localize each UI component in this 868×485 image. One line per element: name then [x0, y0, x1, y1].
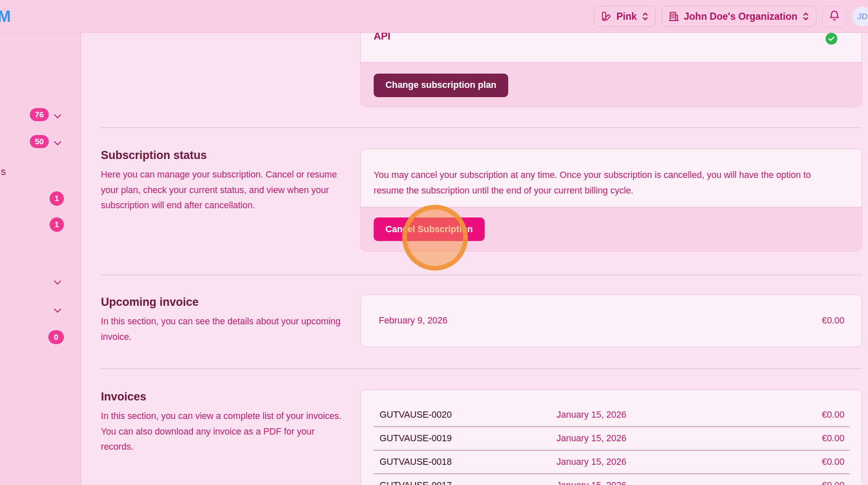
invoice-id: GUTVAUSE-0020 — [380, 410, 557, 420]
organization-selector-button[interactable]: John Doe's Organization — [662, 6, 816, 27]
invoice-id: GUTVAUSE-0019 — [380, 433, 557, 444]
theme-selector-button[interactable]: Pink — [594, 6, 656, 27]
organization-selector-label: John Doe's Organization — [684, 11, 797, 22]
invoice-row[interactable]: GUTVAUSE-0020 January 15, 2026 €0.00 — [374, 403, 850, 427]
chevron-down-icon[interactable] — [54, 139, 61, 145]
billing-settings-page: M Pink — [0, 0, 868, 485]
check-circle-icon — [826, 33, 837, 45]
plan-feature-row: API — [361, 33, 862, 62]
change-subscription-plan-button[interactable]: Change subscription plan — [374, 74, 508, 97]
user-avatar[interactable]: JD — [852, 7, 868, 27]
section-divider — [101, 127, 862, 128]
building-icon — [668, 11, 679, 22]
sidebar-nav: 76 50 s 1 1 0 — [0, 33, 81, 485]
invoice-date: January 15, 2026 — [557, 433, 822, 444]
chevron-up-down-icon — [641, 12, 649, 21]
app-logo: M — [0, 8, 11, 26]
sidebar-count-badge: 1 — [50, 191, 64, 206]
invoice-id: GUTVAUSE-0017 — [380, 480, 557, 485]
invoice-amount: €0.00 — [822, 457, 844, 467]
invoice-row[interactable]: GUTVAUSE-0017 January 15, 2026 €0.00 — [374, 474, 850, 485]
main-content: API Change subscription plan Subscriptio… — [81, 33, 868, 485]
avatar-initials: JD — [857, 12, 868, 21]
section-title: Subscription status — [101, 149, 344, 162]
sidebar-count-badge: 76 — [30, 108, 49, 121]
invoice-row[interactable]: GUTVAUSE-0018 January 15, 2026 €0.00 — [374, 451, 850, 474]
upcoming-invoice-section: Upcoming invoice In this section, you ca… — [101, 296, 344, 345]
upcoming-invoice-amount: €0.00 — [822, 315, 844, 326]
invoices-card: GUTVAUSE-0020 January 15, 2026 €0.00 GUT… — [360, 390, 862, 485]
section-description: In this section, you can see the details… — [101, 314, 344, 345]
section-description: In this section, you can view a complete… — [101, 408, 344, 455]
chevron-down-icon[interactable] — [54, 306, 61, 313]
swatch-icon — [601, 11, 612, 22]
theme-selector-label: Pink — [616, 11, 637, 22]
chevron-down-icon[interactable] — [54, 278, 61, 284]
feature-label: API — [374, 33, 390, 42]
invoice-amount: €0.00 — [822, 480, 844, 485]
invoice-list: GUTVAUSE-0020 January 15, 2026 €0.00 GUT… — [374, 403, 850, 485]
invoice-date: January 15, 2026 — [557, 457, 822, 467]
section-title: Upcoming invoice — [101, 296, 344, 309]
sidebar-count-badge: 1 — [50, 217, 64, 232]
sidebar-count-badge: 50 — [30, 135, 49, 148]
cancel-policy-text: You may cancel your subscription at any … — [361, 149, 836, 199]
bell-icon — [828, 10, 840, 23]
click-highlight-overlay — [402, 205, 468, 270]
subscription-status-section: Subscription status Here you can manage … — [101, 149, 344, 213]
top-bar: M Pink — [0, 0, 868, 33]
section-divider — [101, 368, 862, 369]
upcoming-invoice-card: February 9, 2026 €0.00 — [360, 294, 862, 347]
plan-features-card: API Change subscription plan — [360, 33, 862, 107]
sidebar-count-badge: 0 — [48, 330, 64, 344]
section-divider — [101, 275, 862, 275]
plan-card-footer: Change subscription plan — [361, 62, 862, 107]
section-description: Here you can manage your subscription. C… — [101, 167, 344, 213]
invoices-section: Invoices In this section, you can view a… — [101, 390, 344, 455]
upcoming-invoice-date: February 9, 2026 — [379, 315, 448, 326]
sidebar-item-label-clipped: s — [1, 166, 6, 178]
invoice-date: January 15, 2026 — [557, 410, 822, 420]
notifications-button[interactable] — [822, 6, 847, 27]
invoice-id: GUTVAUSE-0018 — [380, 457, 557, 467]
invoice-amount: €0.00 — [822, 433, 844, 444]
chevron-down-icon[interactable] — [54, 112, 61, 118]
section-title: Invoices — [101, 390, 344, 403]
header-actions: Pink John Doe's Organization — [594, 0, 868, 33]
invoice-date: January 15, 2026 — [557, 480, 822, 485]
invoice-amount: €0.00 — [822, 410, 844, 420]
invoice-row[interactable]: GUTVAUSE-0019 January 15, 2026 €0.00 — [374, 427, 850, 451]
chevron-up-down-icon — [802, 12, 810, 21]
